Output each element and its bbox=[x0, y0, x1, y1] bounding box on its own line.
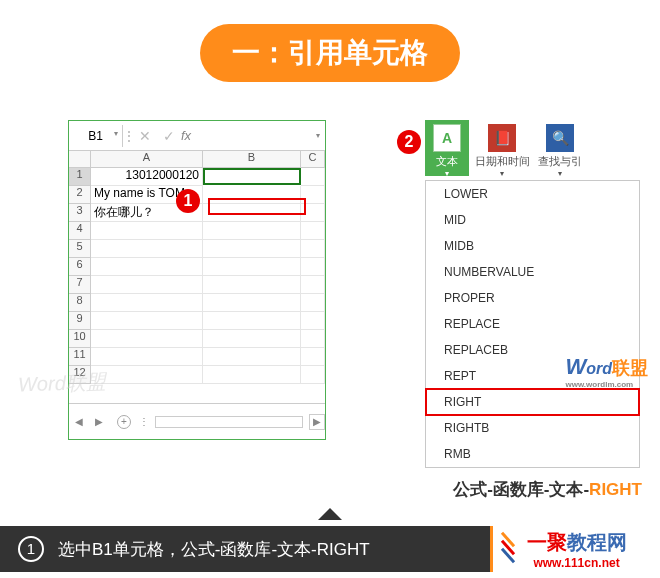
text-icon: A bbox=[433, 124, 461, 152]
worksheet: A B C 113012000120 2My name is TOM. 3你在哪… bbox=[69, 151, 325, 384]
cell[interactable] bbox=[91, 312, 203, 330]
row-header[interactable]: 7 bbox=[69, 276, 91, 294]
cell[interactable] bbox=[203, 348, 301, 366]
cell[interactable] bbox=[91, 366, 203, 384]
tab-prev-icon[interactable]: ◀ bbox=[69, 416, 89, 427]
cell[interactable] bbox=[301, 294, 325, 312]
row-header[interactable]: 5 bbox=[69, 240, 91, 258]
logo-rest: 教程网 bbox=[567, 531, 627, 553]
tab-handle-icon[interactable]: ⋮ bbox=[139, 416, 149, 427]
row-header[interactable]: 11 bbox=[69, 348, 91, 366]
calendar-icon: 📕 bbox=[488, 124, 516, 152]
footer-instruction: 1 选中B1单元格，公式-函数库-文本-RIGHT bbox=[0, 526, 490, 572]
search-icon: 🔍 bbox=[546, 124, 574, 152]
menu-item[interactable]: REPLACE bbox=[426, 311, 639, 337]
cell[interactable] bbox=[301, 168, 325, 186]
breadcrumb: 公式-函数库-文本-RIGHT bbox=[453, 478, 642, 501]
logo-main: 一聚 bbox=[527, 531, 567, 553]
select-all-corner[interactable] bbox=[69, 151, 91, 167]
accept-icon[interactable]: ✓ bbox=[157, 128, 181, 144]
cell[interactable] bbox=[91, 294, 203, 312]
cancel-icon[interactable]: ✕ bbox=[133, 128, 157, 144]
cell[interactable] bbox=[91, 276, 203, 294]
add-sheet-icon[interactable]: + bbox=[117, 415, 131, 429]
footer-step-number: 1 bbox=[18, 536, 44, 562]
watermark-union: 联盟 bbox=[612, 358, 648, 378]
menu-item[interactable]: MIDB bbox=[426, 233, 639, 259]
chevron-down-icon: ▾ bbox=[425, 169, 469, 178]
row-header[interactable]: 3 bbox=[69, 204, 91, 222]
cell[interactable] bbox=[301, 276, 325, 294]
title-badge: 一：引用单元格 bbox=[200, 24, 460, 82]
cell[interactable] bbox=[301, 222, 325, 240]
cell[interactable] bbox=[203, 330, 301, 348]
tab-next-icon[interactable]: ▶ bbox=[89, 416, 109, 427]
row-header[interactable]: 4 bbox=[69, 222, 91, 240]
cell[interactable] bbox=[91, 348, 203, 366]
function-menu: LOWER MID MIDB NUMBERVALUE PROPER REPLAC… bbox=[425, 180, 640, 468]
menu-item-right[interactable]: RIGHT bbox=[426, 389, 639, 415]
cell[interactable] bbox=[301, 258, 325, 276]
sheet-tabs: ◀ ▶ + ⋮ ▶ bbox=[69, 403, 325, 439]
formula-expand-icon[interactable]: ▾ bbox=[311, 131, 325, 140]
name-box[interactable]: B1 bbox=[69, 125, 123, 147]
cell[interactable] bbox=[301, 366, 325, 384]
column-headers: A B C bbox=[69, 151, 325, 168]
cell[interactable] bbox=[91, 222, 203, 240]
logo-text: 一聚教程网 bbox=[527, 529, 627, 556]
row-header[interactable]: 10 bbox=[69, 330, 91, 348]
cell[interactable] bbox=[203, 240, 301, 258]
menu-item[interactable]: LOWER bbox=[426, 181, 639, 207]
cell[interactable] bbox=[301, 348, 325, 366]
menu-item[interactable]: MID bbox=[426, 207, 639, 233]
menu-item[interactable]: PROPER bbox=[426, 285, 639, 311]
cell[interactable] bbox=[91, 240, 203, 258]
cell[interactable] bbox=[91, 330, 203, 348]
content-area: B1 ⋮ ✕ ✓ fx ▾ A B C 113012000120 2My nam… bbox=[0, 120, 660, 500]
watermark-wordlm: Word联盟 bbox=[18, 368, 107, 398]
excel-panel: B1 ⋮ ✕ ✓ fx ▾ A B C 113012000120 2My nam… bbox=[68, 120, 326, 440]
row-header[interactable]: 6 bbox=[69, 258, 91, 276]
fx-icon[interactable]: fx bbox=[181, 128, 207, 143]
ribbon-find-label: 查找与引 bbox=[538, 155, 582, 167]
ribbon-groups: A文本▾ 📕日期和时间▾ 🔍查找与引▾ bbox=[425, 120, 640, 176]
cell-selected[interactable] bbox=[203, 168, 301, 185]
title-text: 一：引用单元格 bbox=[232, 37, 428, 68]
watermark-w: W bbox=[565, 354, 586, 379]
cell[interactable]: 13012000120 bbox=[91, 168, 203, 186]
logo-strokes-icon bbox=[499, 534, 517, 562]
scroll-right-icon[interactable]: ▶ bbox=[309, 414, 325, 430]
col-header-b[interactable]: B bbox=[203, 151, 301, 167]
watermark-url: www.wordlm.com bbox=[565, 380, 648, 389]
ribbon-find-button[interactable]: 🔍查找与引▾ bbox=[535, 120, 585, 176]
row-header[interactable]: 9 bbox=[69, 312, 91, 330]
step-marker-1: 1 bbox=[176, 189, 200, 213]
cell[interactable] bbox=[203, 276, 301, 294]
cell[interactable] bbox=[203, 294, 301, 312]
footer: 1 选中B1单元格，公式-函数库-文本-RIGHT 一聚教程网 www.111c… bbox=[0, 520, 660, 578]
cell[interactable] bbox=[301, 312, 325, 330]
highlight-box-b1 bbox=[208, 198, 306, 215]
row-header[interactable]: 8 bbox=[69, 294, 91, 312]
cell[interactable] bbox=[203, 366, 301, 384]
chevron-down-icon: ▾ bbox=[469, 169, 535, 178]
cell[interactable] bbox=[301, 330, 325, 348]
col-header-a[interactable]: A bbox=[91, 151, 203, 167]
menu-item[interactable]: RMB bbox=[426, 441, 639, 467]
cell[interactable] bbox=[91, 258, 203, 276]
col-header-c[interactable]: C bbox=[301, 151, 325, 167]
ribbon-text-button[interactable]: A文本▾ bbox=[425, 120, 469, 176]
breadcrumb-prefix: 公式-函数库-文本- bbox=[453, 480, 589, 499]
cell[interactable] bbox=[203, 222, 301, 240]
row-header[interactable]: 1 bbox=[69, 168, 91, 186]
ribbon-date-button[interactable]: 📕日期和时间▾ bbox=[469, 120, 535, 176]
menu-item[interactable]: RIGHTB bbox=[426, 415, 639, 441]
h-scrollbar[interactable] bbox=[155, 416, 303, 428]
menu-item[interactable]: NUMBERVALUE bbox=[426, 259, 639, 285]
row-header[interactable]: 2 bbox=[69, 186, 91, 204]
cell[interactable] bbox=[203, 258, 301, 276]
cell[interactable] bbox=[203, 312, 301, 330]
step-marker-2: 2 bbox=[397, 130, 421, 154]
formula-bar: B1 ⋮ ✕ ✓ fx ▾ bbox=[69, 121, 325, 151]
cell[interactable] bbox=[301, 240, 325, 258]
